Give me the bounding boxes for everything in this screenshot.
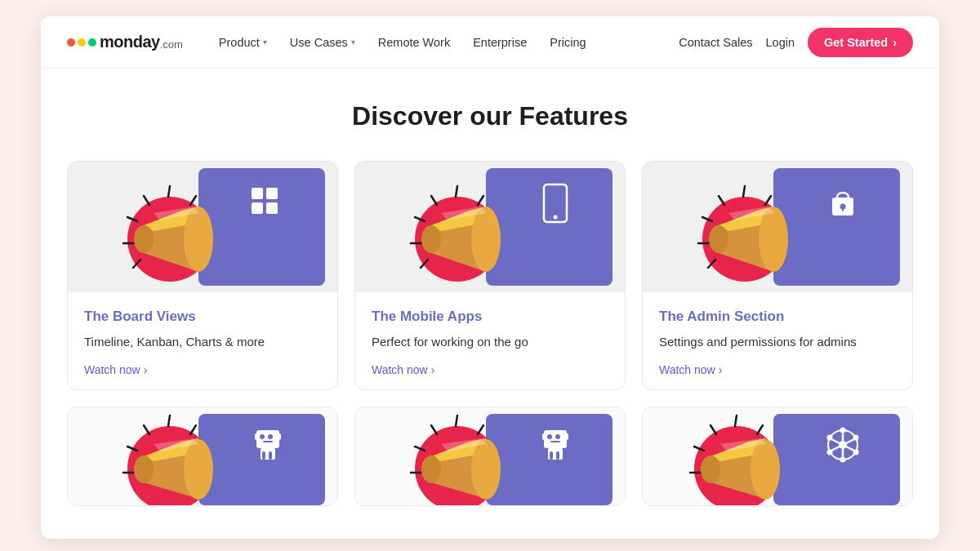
nav-item-remote-work[interactable]: Remote Work [368,29,460,56]
card-board-views-arrow: › [144,363,148,376]
svg-point-66 [134,455,154,483]
svg-point-110 [701,455,720,483]
svg-rect-54 [255,433,258,440]
card-admin-section: The Admin Section Settings and permissio… [642,161,913,390]
nav-enterprise-label: Enterprise [473,36,527,49]
svg-line-81 [431,425,437,434]
svg-rect-90 [773,414,900,505]
svg-line-107 [757,425,763,434]
svg-point-51 [260,434,265,439]
nav-use-cases-chevron: ▾ [351,38,355,47]
svg-line-103 [735,415,737,426]
nav-item-product[interactable]: Product ▾ [209,29,277,56]
card-automations-image [68,407,337,505]
svg-point-30 [471,207,501,272]
svg-point-14 [134,225,154,253]
svg-rect-75 [542,433,546,440]
card-admin-section-image [643,162,912,292]
nav-links: Product ▾ Use Cases ▾ Remote Work Enterp… [209,29,679,56]
svg-line-59 [168,415,170,426]
card-mobile-apps-image [355,162,625,292]
svg-rect-4 [266,202,278,214]
svg-line-38 [719,196,724,205]
svg-rect-3 [252,202,263,214]
card-board-views-image [68,162,337,292]
mobile-apps-illustration [355,162,625,292]
card-admin-section-body: The Admin Section Settings and permissio… [643,292,912,389]
svg-line-22 [431,196,437,205]
svg-rect-55 [278,433,281,440]
svg-line-37 [743,186,745,197]
svg-point-46 [759,207,788,272]
admin-section-illustration [643,162,912,292]
nav-item-enterprise[interactable]: Enterprise [463,29,537,56]
logo-dot-yellow [78,38,86,47]
svg-rect-57 [269,451,272,460]
card-mobile-apps: The Mobile Apps Perfect for working on t… [354,161,626,390]
logo-brand: monday [100,33,160,51]
nav-use-cases-label: Use Cases [290,36,348,49]
get-started-arrow: › [893,36,897,49]
nav-item-use-cases[interactable]: Use Cases ▾ [280,29,365,56]
card-mobile-apps-link[interactable]: Watch now › [372,363,608,376]
cards-grid: The Board Views Timeline, Kanban, Charts… [67,161,913,506]
browser-window: monday.com Product ▾ Use Cases ▾ Remote … [41,16,939,539]
card-admin-section-link-label: Watch now [659,363,715,376]
card-mobile-apps-title: The Mobile Apps [372,309,608,325]
svg-point-15 [184,207,213,272]
svg-point-99 [853,434,859,440]
logo-suffix: .com [160,38,183,51]
svg-rect-70 [544,430,567,448]
nav-contact-sales[interactable]: Contact Sales [679,36,752,49]
board-views-illustration [68,162,337,292]
card-admin-section-link[interactable]: Watch now › [659,363,896,376]
logo[interactable]: monday.com [67,33,183,51]
card-board-views-link-label: Watch now [84,363,140,376]
svg-point-100 [827,449,833,455]
card-integrations [354,407,626,506]
nav-pricing-label: Pricing [550,36,586,49]
svg-point-88 [471,439,501,500]
card-board-views-body: The Board Views Timeline, Kanban, Charts… [68,292,337,389]
svg-point-52 [268,434,273,439]
svg-point-67 [184,439,213,500]
svg-rect-74 [550,441,560,442]
automations-illustration [68,407,337,505]
card-network [642,407,913,506]
nav-item-pricing[interactable]: Pricing [540,29,595,56]
svg-rect-69 [486,414,612,505]
svg-point-87 [421,455,441,483]
card-board-views-title: The Board Views [84,309,321,325]
card-network-image [643,407,912,505]
get-started-button[interactable]: Get Started › [808,28,913,57]
svg-rect-48 [198,414,325,505]
logo-dot-green [88,38,96,47]
card-mobile-apps-link-label: Watch now [372,363,428,376]
card-board-views-link[interactable]: Watch now › [84,363,321,376]
nav-right: Contact Sales Login Get Started › [679,28,913,57]
svg-rect-49 [256,430,279,448]
card-mobile-apps-desc: Perfect for working on the go [372,333,608,352]
svg-line-26 [478,196,483,205]
svg-point-95 [839,441,847,449]
svg-rect-78 [556,451,559,460]
svg-point-29 [421,225,441,253]
svg-point-96 [840,427,846,433]
svg-line-60 [144,425,149,434]
card-admin-section-desc: Settings and permissions for admins [659,333,896,352]
card-admin-section-title: The Admin Section [659,309,896,325]
get-started-label: Get Started [824,36,888,49]
svg-rect-77 [550,451,553,460]
svg-point-19 [554,216,558,220]
nav-login[interactable]: Login [766,36,795,49]
card-admin-section-arrow: › [719,363,723,376]
nav-product-label: Product [219,36,260,49]
svg-line-84 [478,425,483,434]
svg-point-97 [840,456,846,462]
navbar: monday.com Product ▾ Use Cases ▾ Remote … [41,16,939,69]
card-mobile-apps-arrow: › [431,363,435,376]
svg-point-98 [827,434,833,440]
svg-rect-35 [842,207,844,211]
svg-rect-76 [565,433,568,440]
logo-icon [67,38,96,47]
